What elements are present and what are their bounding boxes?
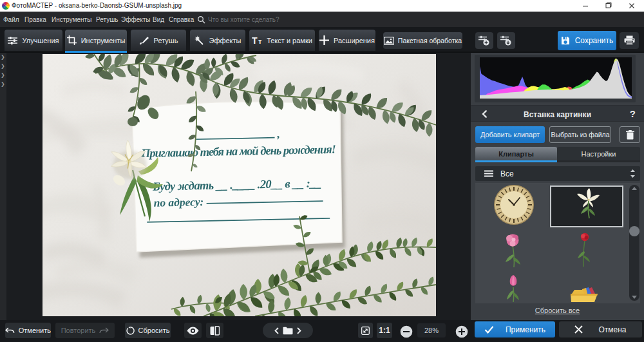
svg-text:т: т xyxy=(258,37,262,45)
svg-text:,: , xyxy=(276,128,280,140)
svg-text:T: T xyxy=(252,36,258,45)
svg-text:по адресу:: по адресу: xyxy=(153,195,204,209)
